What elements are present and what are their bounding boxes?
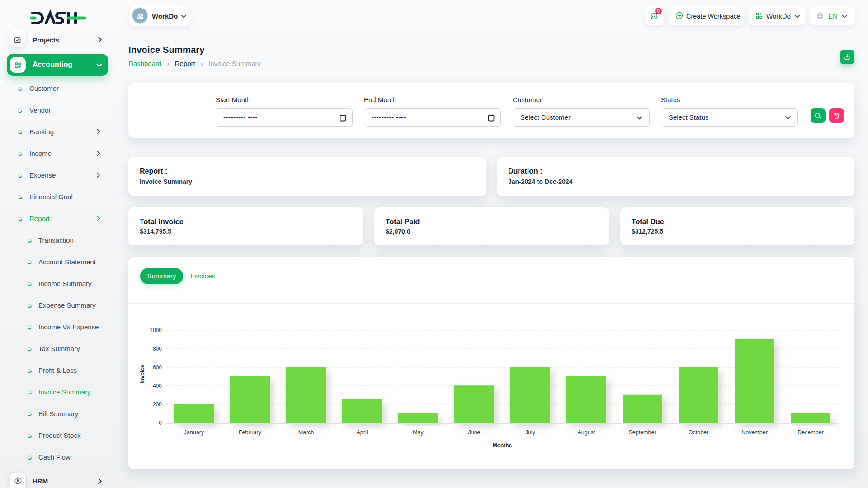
svg-text:April: April — [356, 429, 368, 436]
svg-text:June: June — [468, 429, 480, 436]
svg-text:July: July — [525, 429, 536, 436]
svg-text:600: 600 — [153, 364, 162, 371]
svg-text:0: 0 — [159, 420, 162, 426]
svg-text:200: 200 — [153, 401, 162, 408]
svg-text:Months: Months — [493, 442, 512, 449]
svg-text:January: January — [184, 429, 204, 436]
svg-text:March: March — [298, 429, 314, 436]
svg-text:800: 800 — [153, 346, 162, 352]
svg-text:August: August — [578, 429, 595, 436]
svg-text:1000: 1000 — [150, 327, 162, 333]
svg-text:September: September — [628, 429, 656, 436]
svg-text:February: February — [239, 429, 262, 436]
svg-text:Invoice: Invoice — [139, 365, 146, 384]
svg-text:400: 400 — [153, 383, 162, 389]
svg-text:October: October — [689, 429, 708, 436]
svg-text:December: December — [797, 429, 824, 436]
svg-text:November: November — [741, 429, 768, 436]
svg-text:May: May — [413, 429, 424, 436]
